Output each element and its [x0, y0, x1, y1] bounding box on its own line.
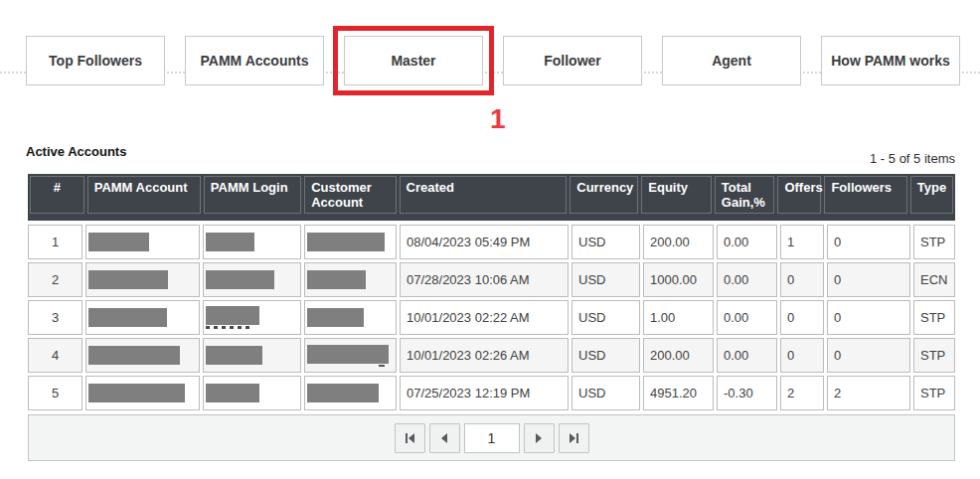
equity-cell: 1.00	[643, 300, 714, 335]
redacted-customer-account	[307, 384, 379, 402]
pamm-account-cell	[85, 225, 200, 259]
row-number-cell: 5	[28, 376, 82, 410]
column-header-total-gain[interactable]: Total Gain,%	[715, 176, 775, 214]
type-cell: STP	[913, 225, 955, 259]
total-gain-cell: 0.00	[717, 300, 777, 335]
followers-cell: 0	[827, 338, 910, 373]
tab-follower[interactable]: Follower	[503, 36, 642, 85]
customer-account-cell	[304, 225, 397, 259]
pamm-account-cell	[85, 300, 200, 335]
redacted-pamm-login	[206, 384, 259, 402]
pamm-account-cell	[85, 338, 200, 373]
redacted-pamm-account	[88, 308, 167, 327]
tab-agent[interactable]: Agent	[662, 36, 801, 85]
column-header-pamm-account[interactable]: PAMM Account	[87, 176, 201, 214]
tab-bar: Top Followers PAMM Accounts Master Follo…	[26, 36, 960, 85]
column-header-equity[interactable]: Equity	[641, 176, 712, 214]
previous-page-button[interactable]	[429, 423, 460, 453]
type-cell: STP	[913, 300, 955, 335]
created-cell: 08/04/2023 05:49 PM	[400, 225, 569, 259]
pamm-login-cell	[203, 338, 301, 373]
row-number-cell: 2	[28, 262, 82, 297]
redacted-pamm-login	[206, 346, 262, 365]
row-number-cell: 4	[28, 338, 82, 373]
offers-cell: 1	[780, 225, 824, 259]
tab-top-followers[interactable]: Top Followers	[26, 36, 165, 85]
partially-redacted-text	[206, 326, 253, 329]
page-number-input[interactable]	[464, 423, 520, 453]
column-header-created[interactable]: Created	[400, 176, 568, 214]
redacted-customer-account	[307, 233, 385, 251]
column-header-type[interactable]: Type	[910, 176, 953, 214]
row-number-cell: 3	[28, 300, 82, 335]
column-header-offers[interactable]: Offers	[777, 176, 821, 214]
customer-account-cell	[304, 300, 397, 335]
type-cell: ECN	[913, 262, 955, 297]
offers-cell: 0	[780, 338, 824, 373]
redacted-customer-account	[307, 270, 366, 289]
currency-cell: USD	[572, 300, 640, 335]
tab-master[interactable]: Master	[344, 36, 483, 85]
redacted-pamm-account	[88, 384, 185, 402]
customer-account-cell	[304, 376, 397, 410]
created-cell: 10/01/2023 02:22 AM	[400, 300, 569, 335]
customer-account-cell	[304, 262, 397, 297]
first-page-button[interactable]	[395, 423, 425, 453]
offers-cell: 2	[780, 376, 824, 410]
total-gain-cell: 0.00	[717, 262, 777, 297]
column-header-pamm-login[interactable]: PAMM Login	[204, 176, 301, 214]
pamm-account-cell	[85, 376, 200, 410]
currency-cell: USD	[572, 376, 640, 410]
redacted-customer-account	[307, 345, 389, 364]
redacted-pamm-login	[206, 233, 254, 251]
created-cell: 10/01/2023 02:26 AM	[400, 338, 569, 373]
redacted-pamm-login	[206, 270, 274, 289]
currency-cell: USD	[572, 225, 640, 259]
followers-cell: 0	[827, 300, 910, 335]
last-page-icon	[570, 433, 575, 443]
tab-pamm-accounts[interactable]: PAMM Accounts	[185, 36, 324, 85]
items-count-label: 1 - 5 of 5 items	[870, 151, 955, 166]
type-cell: STP	[913, 376, 955, 410]
equity-cell: 200.00	[643, 338, 714, 373]
currency-cell: USD	[572, 338, 640, 373]
prev-page-icon	[441, 433, 447, 443]
total-gain-cell: -0.30	[717, 376, 777, 410]
offers-cell: 0	[780, 262, 824, 297]
column-header-customer-account[interactable]: Customer Account	[304, 176, 396, 214]
first-page-icon	[406, 433, 408, 443]
followers-cell: 2	[827, 376, 910, 410]
redacted-pamm-login	[206, 306, 259, 325]
offers-cell: 0	[780, 300, 824, 335]
created-cell: 07/28/2023 10:06 AM	[400, 262, 569, 297]
column-header-followers[interactable]: Followers	[824, 176, 906, 214]
redacted-pamm-account	[88, 270, 168, 289]
active-accounts-grid: # PAMM Account PAMM Login Customer Accou…	[28, 174, 955, 461]
next-page-button[interactable]	[524, 423, 555, 453]
redacted-customer-account	[307, 308, 364, 327]
column-header-currency[interactable]: Currency	[570, 176, 638, 214]
total-gain-cell: 0.00	[717, 338, 777, 373]
tab-how-pamm-works[interactable]: How PAMM works	[821, 36, 960, 85]
table-row: 2 07/28/2023 10:06 AM USD 1000.00 0.00 0…	[28, 262, 955, 297]
followers-cell: 0	[827, 225, 910, 259]
created-cell: 07/25/2023 12:19 PM	[400, 376, 569, 410]
table-row: 5 07/25/2023 12:19 PM USD 4951.20 -0.30 …	[28, 376, 955, 410]
pamm-accounts-page: Top Followers PAMM Accounts Master Follo…	[0, 0, 980, 479]
equity-cell: 200.00	[643, 225, 714, 259]
type-cell: STP	[913, 338, 955, 373]
column-header-number[interactable]: #	[30, 176, 84, 214]
page-title: Active Accounts	[26, 144, 126, 159]
redacted-pamm-account	[88, 346, 180, 365]
pamm-login-cell	[203, 376, 301, 410]
pager	[28, 414, 955, 461]
followers-cell: 0	[827, 262, 910, 297]
equity-cell: 1000.00	[643, 262, 714, 297]
grid-header-row: # PAMM Account PAMM Login Customer Accou…	[28, 174, 955, 221]
table-row: 3 10/01/2023 02:22 AM USD 1.00 0.00 0 0 …	[28, 300, 955, 335]
pamm-login-cell	[203, 225, 301, 259]
customer-account-cell	[304, 338, 397, 373]
annotation-step-number: 1	[490, 103, 506, 135]
last-page-button[interactable]	[559, 423, 589, 453]
pamm-account-cell	[85, 262, 200, 297]
